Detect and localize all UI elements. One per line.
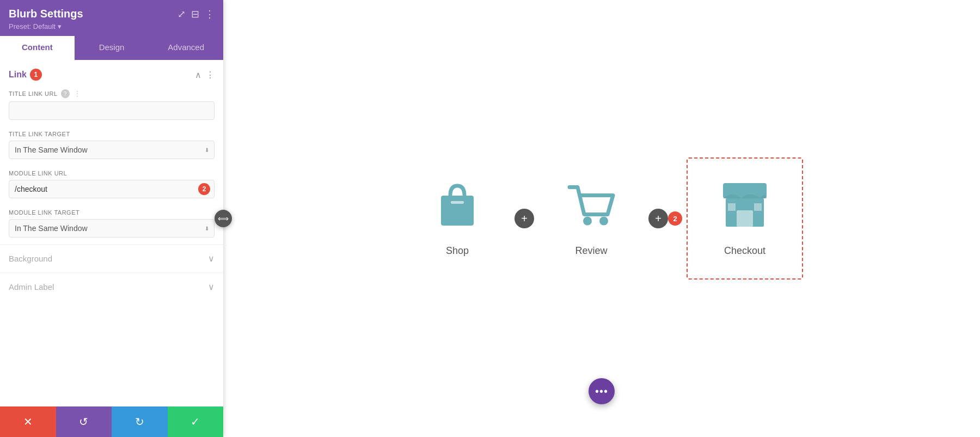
title-link-target-select-wrap: In The Same Window In A New Window bbox=[9, 141, 215, 159]
admin-label-chevron: ∨ bbox=[208, 282, 215, 292]
columns-icon[interactable]: ⊟ bbox=[191, 8, 199, 20]
fullscreen-icon[interactable]: ⤢ bbox=[177, 8, 186, 20]
title-link-url-input[interactable] bbox=[9, 101, 215, 120]
panel-footer: ✕ ↺ ↻ ✓ bbox=[0, 406, 223, 437]
left-panel: Blurb Settings ⤢ ⊟ ⋮ Preset: Default ▾ C… bbox=[0, 0, 223, 437]
title-link-url-label: Title Link URL ? ⋮ bbox=[9, 89, 215, 98]
help-icon[interactable]: ? bbox=[61, 89, 70, 98]
title-link-target-label: Title Link Target bbox=[9, 131, 215, 137]
shop-icon bbox=[433, 180, 482, 236]
link-badge: 1 bbox=[30, 69, 42, 81]
module-link-target-label: Module Link Target bbox=[9, 209, 215, 216]
link-label: Link bbox=[9, 70, 27, 80]
blurb-shop[interactable]: Shop bbox=[400, 159, 514, 278]
dots-fab[interactable]: ••• bbox=[589, 378, 615, 404]
field-more-icon[interactable]: ⋮ bbox=[74, 90, 81, 98]
resize-handle[interactable]: ⟺ bbox=[215, 210, 232, 227]
svg-rect-7 bbox=[728, 203, 736, 211]
module-link-target-select-wrap: In The Same Window In A New Window bbox=[9, 219, 215, 238]
svg-rect-0 bbox=[441, 196, 474, 226]
module-link-url-group: Module Link URL 2 bbox=[0, 166, 223, 205]
module-link-url-label: Module Link URL bbox=[9, 170, 215, 177]
link-section-title: Link 1 bbox=[9, 69, 42, 81]
shop-label: Shop bbox=[446, 245, 469, 257]
more-icon[interactable]: ⋮ bbox=[205, 8, 215, 20]
panel-body: Link 1 ∧ ⋮ Title Link URL ? ⋮ bbox=[0, 60, 223, 406]
admin-label-text: Admin Label bbox=[9, 282, 54, 292]
cancel-button[interactable]: ✕ bbox=[0, 406, 56, 437]
canvas: Shop + Review + 2 bbox=[223, 0, 980, 437]
collapse-icon[interactable]: ∧ bbox=[195, 70, 201, 80]
svg-point-3 bbox=[599, 217, 608, 226]
review-icon bbox=[567, 180, 616, 236]
title-link-target-select[interactable]: In The Same Window In A New Window bbox=[9, 141, 215, 159]
tab-content[interactable]: Content bbox=[0, 36, 75, 60]
panel-title: Blurb Settings bbox=[9, 8, 83, 20]
title-link-target-group: Title Link Target In The Same Window In … bbox=[0, 126, 223, 166]
panel-header: Blurb Settings ⤢ ⊟ ⋮ Preset: Default ▾ bbox=[0, 0, 223, 36]
svg-rect-6 bbox=[737, 210, 753, 227]
svg-rect-1 bbox=[451, 201, 464, 204]
svg-rect-8 bbox=[754, 203, 762, 211]
module-link-target-select[interactable]: In The Same Window In A New Window bbox=[9, 219, 215, 238]
link-section-header: Link 1 ∧ ⋮ bbox=[0, 60, 223, 85]
background-label: Background bbox=[9, 254, 52, 263]
checkout-label: Checkout bbox=[724, 245, 765, 257]
blurb-checkout[interactable]: Checkout bbox=[687, 157, 803, 280]
blurb-review[interactable]: Review bbox=[534, 159, 648, 278]
save-button[interactable]: ✓ bbox=[168, 406, 224, 437]
canvas-content: Shop + Review + 2 bbox=[275, 157, 928, 280]
tab-advanced[interactable]: Advanced bbox=[149, 36, 223, 60]
tab-design[interactable]: Design bbox=[75, 36, 149, 60]
svg-point-2 bbox=[583, 217, 592, 226]
background-section[interactable]: Background ∨ bbox=[0, 244, 223, 272]
checkout-icon bbox=[720, 180, 769, 236]
title-link-url-group: Title Link URL ? ⋮ bbox=[0, 85, 223, 126]
redo-button[interactable]: ↻ bbox=[112, 406, 168, 437]
module-link-url-input[interactable] bbox=[9, 180, 215, 198]
panel-tabs: Content Design Advanced bbox=[0, 36, 223, 60]
link-section: Link 1 ∧ ⋮ Title Link URL ? ⋮ bbox=[0, 60, 223, 244]
undo-button[interactable]: ↺ bbox=[56, 406, 112, 437]
module-link-badge: 2 bbox=[198, 183, 210, 195]
admin-label-section[interactable]: Admin Label ∨ bbox=[0, 272, 223, 301]
add-between-review-checkout[interactable]: + bbox=[648, 209, 668, 228]
add-between-shop-review[interactable]: + bbox=[514, 209, 534, 228]
review-label: Review bbox=[575, 245, 607, 257]
module-link-target-group: Module Link Target In The Same Window In… bbox=[0, 205, 223, 244]
panel-preset[interactable]: Preset: Default ▾ bbox=[9, 22, 215, 31]
background-chevron: ∨ bbox=[208, 253, 215, 264]
panel-header-icons: ⤢ ⊟ ⋮ bbox=[177, 8, 215, 20]
canvas-badge-2: 2 bbox=[668, 211, 682, 226]
link-section-actions: ∧ ⋮ bbox=[195, 70, 215, 80]
module-link-url-wrap: 2 bbox=[9, 180, 215, 198]
more-options-icon[interactable]: ⋮ bbox=[206, 70, 215, 80]
